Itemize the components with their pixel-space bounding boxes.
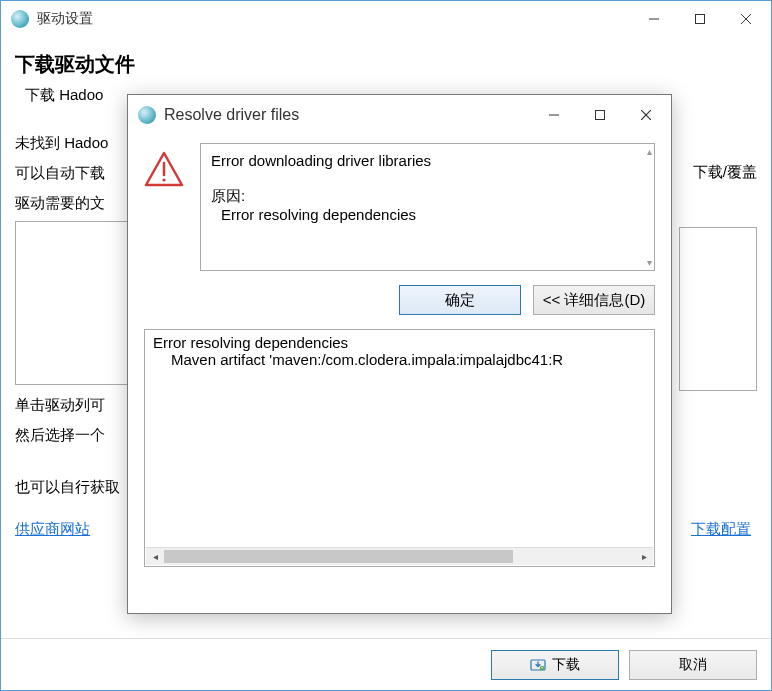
dialog-close-button[interactable] [623,99,669,131]
details-toggle-button[interactable]: << 详细信息(D) [533,285,655,315]
details-box: Error resolving dependencies Maven artif… [144,329,655,567]
window-title: 驱动设置 [37,10,631,28]
svg-rect-1 [696,15,705,24]
download-config-link[interactable]: 下载配置 [691,520,751,539]
download-override-label: 下载/覆盖 [693,163,757,182]
window-controls [631,3,769,35]
details-button-label: << 详细信息(D) [543,291,646,310]
ok-button-label: 确定 [445,291,475,310]
error-title-text: Error downloading driver libraries [211,152,644,169]
download-button-label: 下载 [552,656,580,674]
dialog-window-controls [531,99,669,131]
svg-rect-7 [596,111,605,120]
scroll-track[interactable] [164,548,635,565]
scroll-right-icon[interactable]: ▸ [635,548,653,565]
cancel-button[interactable]: 取消 [629,650,757,680]
dialog-app-icon [138,106,156,124]
cancel-button-label: 取消 [679,656,707,674]
dialog-minimize-button[interactable] [531,99,577,131]
maximize-button[interactable] [677,3,723,35]
download-icon [530,657,546,673]
right-listbox[interactable] [679,227,757,391]
svg-point-11 [162,178,165,181]
scroll-thumb[interactable] [164,550,513,563]
resolve-driver-dialog: Resolve driver files Error do [127,94,672,614]
download-button[interactable]: 下载 [491,650,619,680]
ok-button[interactable]: 确定 [399,285,521,315]
reason-text: Error resolving dependencies [221,206,644,223]
scroll-down-icon[interactable]: ▾ [647,257,652,268]
main-titlebar: 驱动设置 [1,1,771,37]
scroll-up-icon[interactable]: ▴ [647,146,652,157]
dialog-title: Resolve driver files [164,106,531,124]
app-icon [11,10,29,28]
details-text: Error resolving dependencies Maven artif… [145,330,654,372]
error-message-box: Error downloading driver libraries 原因: E… [200,143,655,271]
reason-label: 原因: [211,187,644,206]
error-row: Error downloading driver libraries 原因: E… [144,143,655,271]
dialog-body: Error downloading driver libraries 原因: E… [128,135,671,579]
minimize-button[interactable] [631,3,677,35]
page-heading: 下载驱动文件 [15,51,757,78]
vendor-website-link[interactable]: 供应商网站 [15,520,90,539]
scroll-left-icon[interactable]: ◂ [146,548,164,565]
details-line-1: Error resolving dependencies [153,334,646,351]
horizontal-scrollbar[interactable]: ◂ ▸ [146,547,653,565]
details-line-2: Maven artifact 'maven:/com.clodera.impal… [153,351,646,368]
bottom-button-bar: 下载 取消 [1,638,771,690]
dialog-titlebar: Resolve driver files [128,95,671,135]
dialog-maximize-button[interactable] [577,99,623,131]
dialog-button-row: 确定 << 详细信息(D) [144,285,655,315]
close-button[interactable] [723,3,769,35]
warning-icon [144,151,186,190]
